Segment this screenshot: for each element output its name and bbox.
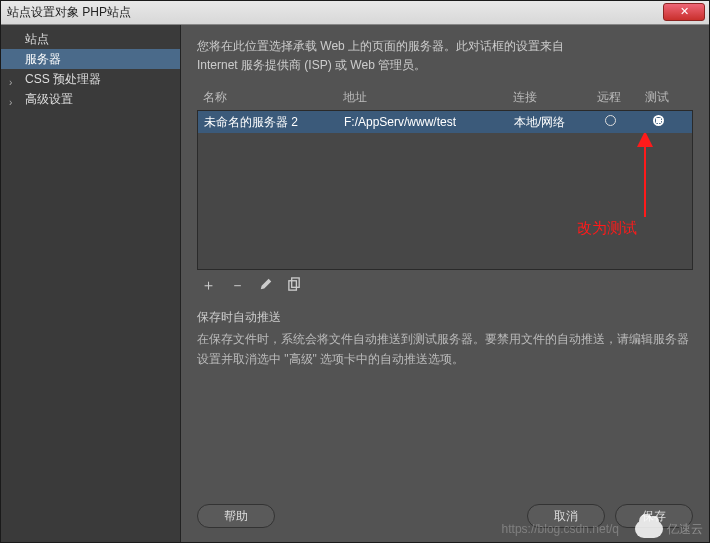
auto-push-desc: 在保存文件时，系统会将文件自动推送到测试服务器。要禁用文件的自动推送，请编辑服务… — [197, 330, 693, 368]
col-header-addr: 地址 — [343, 89, 513, 106]
watermark-brand: 亿速云 — [667, 521, 703, 538]
remove-server-button[interactable]: － — [230, 276, 245, 295]
cell-addr: F:/AppServ/www/test — [344, 115, 514, 129]
col-header-remote: 远程 — [585, 89, 633, 106]
radio-off-icon — [605, 115, 616, 126]
site-settings-dialog: 站点设置对象 PHP站点 ✕ 站点 服务器 › CSS 预处理器 › 高级设置 … — [0, 0, 710, 543]
cell-remote-radio[interactable] — [586, 115, 634, 129]
svg-rect-1 — [292, 278, 300, 287]
pencil-icon — [259, 277, 273, 291]
titlebar: 站点设置对象 PHP站点 ✕ — [1, 1, 709, 25]
sidebar-item-label: 服务器 — [25, 52, 61, 66]
sidebar-item-label: CSS 预处理器 — [25, 72, 101, 86]
radio-on-icon — [653, 115, 664, 126]
col-header-name: 名称 — [203, 89, 343, 106]
watermark-url: https://blog.csdn.net/q — [502, 522, 619, 536]
server-toolbar: ＋ － — [197, 270, 693, 301]
sidebar-item-advanced[interactable]: › 高级设置 — [1, 89, 180, 109]
close-button[interactable]: ✕ — [663, 3, 705, 21]
dialog-title: 站点设置对象 PHP站点 — [7, 4, 131, 21]
svg-rect-0 — [289, 281, 297, 290]
intro-line2: Internet 服务提供商 (ISP) 或 Web 管理员。 — [197, 58, 426, 72]
cloud-icon — [635, 520, 663, 538]
col-header-test: 测试 — [633, 89, 681, 106]
table-row[interactable]: 未命名的服务器 2 F:/AppServ/www/test 本地/网络 — [198, 111, 692, 133]
watermark: 亿速云 — [635, 520, 703, 538]
intro-line1: 您将在此位置选择承载 Web 上的页面的服务器。此对话框的设置来自 — [197, 39, 564, 53]
cell-name: 未命名的服务器 2 — [204, 114, 344, 131]
cell-conn: 本地/网络 — [514, 114, 586, 131]
sidebar-item-label: 高级设置 — [25, 92, 73, 106]
intro-text: 您将在此位置选择承载 Web 上的页面的服务器。此对话框的设置来自 Intern… — [197, 37, 693, 75]
sidebar-item-servers[interactable]: 服务器 — [1, 49, 180, 69]
cell-test-radio[interactable] — [634, 115, 682, 129]
duplicate-server-button[interactable] — [287, 277, 302, 295]
server-table-body[interactable]: 未命名的服务器 2 F:/AppServ/www/test 本地/网络 — [197, 110, 693, 270]
sidebar-item-label: 站点 — [25, 32, 49, 46]
duplicate-icon — [287, 277, 302, 292]
help-button[interactable]: 帮助 — [197, 504, 275, 528]
server-table-header: 名称 地址 连接 远程 测试 — [197, 85, 693, 110]
sidebar-item-site[interactable]: 站点 — [1, 29, 180, 49]
auto-push-title: 保存时自动推送 — [197, 309, 693, 326]
sidebar: 站点 服务器 › CSS 预处理器 › 高级设置 — [1, 25, 181, 542]
add-server-button[interactable]: ＋ — [201, 276, 216, 295]
edit-server-button[interactable] — [259, 277, 273, 294]
main-panel: 您将在此位置选择承载 Web 上的页面的服务器。此对话框的设置来自 Intern… — [181, 25, 709, 542]
sidebar-item-css-preproc[interactable]: › CSS 预处理器 — [1, 69, 180, 89]
chevron-right-icon: › — [9, 93, 12, 113]
col-header-conn: 连接 — [513, 89, 585, 106]
